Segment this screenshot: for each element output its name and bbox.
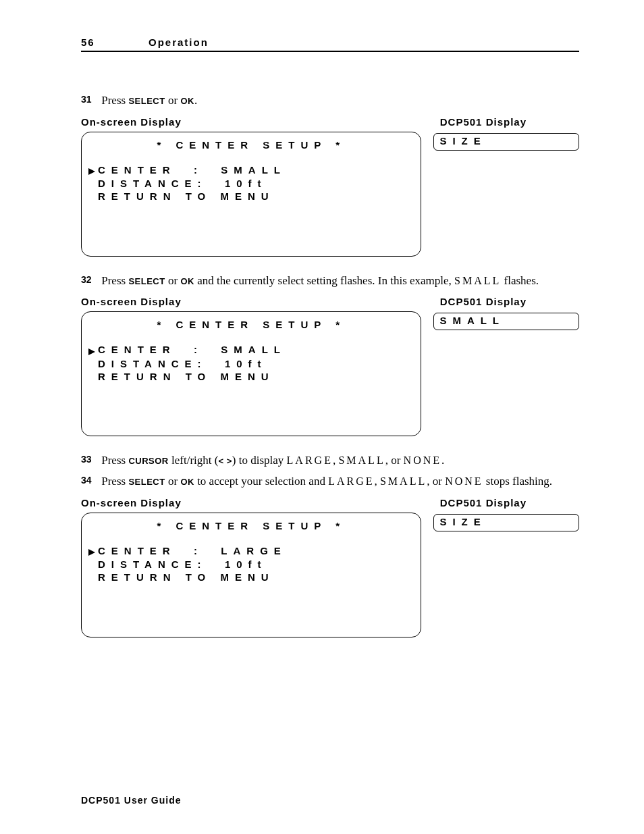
page-number: 56 <box>81 36 149 48</box>
osd-line-distance: DISTANCE: 10ft <box>88 178 415 189</box>
step-number: 32 <box>81 273 99 286</box>
osd-label: On-screen Display <box>81 296 182 307</box>
display-row-3: * CENTER SETUP * CENTER : LARGE DISTANCE… <box>81 513 579 637</box>
step-text: Press SELECT or OK. <box>101 93 197 109</box>
osd-line-center: CENTER : SMALL <box>88 344 415 357</box>
osd-title: * CENTER SETUP * <box>87 319 415 330</box>
dcp-label: DCP501 Display <box>440 116 527 128</box>
display-row-2: * CENTER SETUP * CENTER : SMALL DISTANCE… <box>81 311 579 436</box>
svg-marker-2 <box>88 549 95 556</box>
osd-panel-3: * CENTER SETUP * CENTER : LARGE DISTANCE… <box>81 513 421 637</box>
content: 31 Press SELECT or OK. On-screen Display… <box>81 93 579 637</box>
lt-icon: < <box>218 456 223 466</box>
dcp-panel-2: SMALL <box>433 313 579 330</box>
page-header: 56 Operation <box>81 36 579 52</box>
display-labels: On-screen Display DCP501 Display <box>81 116 579 128</box>
display-labels: On-screen Display DCP501 Display <box>81 497 579 509</box>
svg-marker-1 <box>88 348 95 355</box>
step-number: 31 <box>81 93 99 106</box>
step-text: Press SELECT or OK and the currently sel… <box>101 273 539 290</box>
dcp-panel-3: SIZE <box>433 514 579 531</box>
osd-line-distance: DISTANCE: 10ft <box>88 358 415 369</box>
page: 56 Operation 31 Press SELECT or OK. On-s… <box>0 0 644 834</box>
dcp-label: DCP501 Display <box>440 296 527 307</box>
gt-icon: > <box>227 456 232 466</box>
osd-title: * CENTER SETUP * <box>87 139 415 151</box>
cursor-arrow-icon <box>88 165 98 176</box>
flashing-value: SMALL <box>454 275 501 286</box>
step-31: 31 Press SELECT or OK. <box>81 93 579 109</box>
step-number: 34 <box>81 473 99 487</box>
footer-title: DCP501 User Guide <box>81 795 182 806</box>
dcp-panel-1: SIZE <box>433 133 579 151</box>
select-key: SELECT <box>128 96 165 106</box>
step-33: 33 Press CURSOR left/right (< >) to disp… <box>81 452 579 469</box>
osd-line-return: RETURN TO MENU <box>88 190 415 202</box>
select-key: SELECT <box>128 477 165 487</box>
osd-label: On-screen Display <box>81 116 182 128</box>
osd-label: On-screen Display <box>81 497 182 509</box>
osd-panel-1: * CENTER SETUP * CENTER : SMALL DISTANCE… <box>81 132 421 257</box>
osd-line-center: CENTER : LARGE <box>88 545 415 558</box>
osd-panel-2: * CENTER SETUP * CENTER : SMALL DISTANCE… <box>81 311 421 436</box>
section-title: Operation <box>149 36 209 48</box>
step-32: 32 Press SELECT or OK and the currently … <box>81 273 579 290</box>
osd-line-center: CENTER : SMALL <box>88 164 415 177</box>
cursor-arrow-icon <box>88 546 98 557</box>
ok-key: OK <box>180 477 194 487</box>
ok-key: OK <box>180 96 194 106</box>
step-text: Press SELECT or OK to accept your select… <box>101 473 552 490</box>
osd-line-distance: DISTANCE: 10ft <box>88 558 415 570</box>
step-text: Press CURSOR left/right (< >) to display… <box>101 452 444 469</box>
display-row-1: * CENTER SETUP * CENTER : SMALL DISTANCE… <box>81 132 579 257</box>
cursor-arrow-icon <box>88 345 98 357</box>
svg-marker-0 <box>88 168 95 175</box>
cursor-key: CURSOR <box>128 456 168 466</box>
osd-title: * CENTER SETUP * <box>87 520 415 531</box>
osd-line-return: RETURN TO MENU <box>88 571 415 583</box>
dcp-label: DCP501 Display <box>440 497 527 509</box>
ok-key: OK <box>180 276 194 286</box>
step-number: 33 <box>81 452 99 466</box>
display-labels: On-screen Display DCP501 Display <box>81 296 579 307</box>
step-34: 34 Press SELECT or OK to accept your sel… <box>81 473 579 490</box>
select-key: SELECT <box>128 276 165 286</box>
osd-line-return: RETURN TO MENU <box>88 371 415 382</box>
